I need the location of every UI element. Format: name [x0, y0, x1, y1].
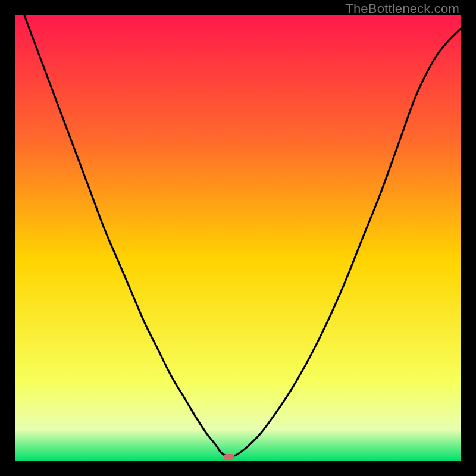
chart-frame — [15, 15, 461, 461]
watermark-text: TheBottleneck.com — [345, 1, 459, 17]
gradient-background — [15, 15, 461, 461]
bottleneck-chart — [15, 15, 461, 461]
optimum-marker — [224, 454, 234, 460]
